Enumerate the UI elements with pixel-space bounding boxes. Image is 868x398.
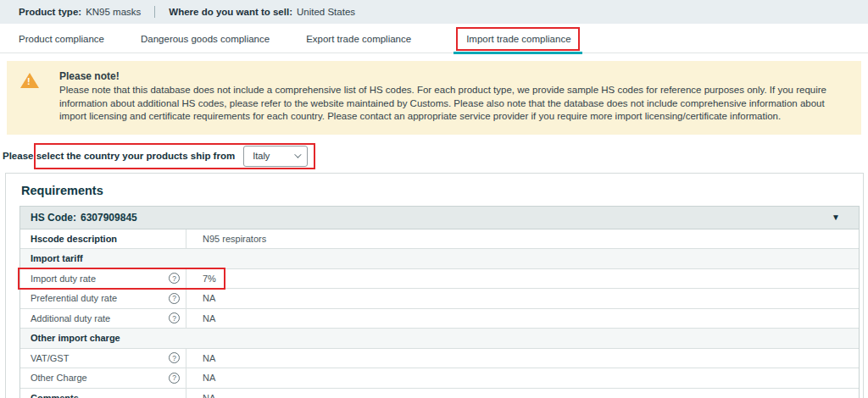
- product-type-label: Product type:: [19, 7, 81, 17]
- requirements-table: HS Code: 6307909845 ▼ Hscode description…: [19, 206, 860, 398]
- warning-icon: [20, 73, 39, 124]
- table-row: Additional duty rateNA: [20, 309, 859, 329]
- selected-country: Italy: [253, 151, 270, 161]
- hs-code-header[interactable]: HS Code: 6307909845 ▼: [20, 207, 859, 229]
- help-icon[interactable]: [169, 273, 180, 284]
- section-row: Other import charge: [20, 329, 859, 349]
- table-row: CommentsNA: [20, 389, 859, 398]
- row-value: NA: [186, 289, 859, 308]
- tab-label: Export trade compliance: [306, 34, 411, 44]
- row-label: Comments: [31, 393, 79, 398]
- sell-destination-label: Where do you want to sell:: [169, 7, 292, 17]
- tab-label: Dangerous goods compliance: [141, 34, 270, 44]
- row-value: 7%: [186, 269, 859, 289]
- section-label: Import tariff: [20, 249, 859, 268]
- ship-from-row: Please select the country your products …: [3, 143, 868, 169]
- tab-import-trade-compliance[interactable]: Import trade compliance: [466, 34, 570, 44]
- hs-code-value: 6307909845: [81, 212, 137, 224]
- help-icon[interactable]: [169, 373, 180, 384]
- sell-destination-value: United States: [297, 7, 355, 17]
- chevron-down-icon: [294, 151, 301, 158]
- row-label: Import duty rate: [31, 274, 96, 284]
- requirements-panel: Requirements HS Code: 6307909845 ▼ Hscod…: [5, 173, 864, 398]
- help-icon[interactable]: [169, 293, 180, 304]
- table-row: Hscode descriptionN95 respirators: [20, 229, 859, 250]
- context-bar: Product type: KN95 masks Where do you wa…: [0, 0, 868, 24]
- section-row: Import tariff: [20, 249, 859, 269]
- help-icon[interactable]: [169, 312, 180, 323]
- row-label: Preferential duty rate: [31, 293, 117, 303]
- tab-bar: Product complianceDangerous goods compli…: [0, 25, 868, 53]
- table-row: Import duty rate7%: [20, 269, 859, 290]
- table-row: VAT/GSTNA: [20, 349, 859, 369]
- table-row: Preferential duty rateNA: [20, 289, 859, 309]
- ship-from-label: select the country your products ship fr…: [36, 151, 236, 161]
- row-label: VAT/GST: [31, 353, 69, 363]
- vertical-divider: [154, 6, 155, 18]
- tab-product-compliance[interactable]: Product compliance: [19, 34, 104, 44]
- collapse-caret-icon[interactable]: ▼: [832, 213, 840, 222]
- tab-dangerous-goods-compliance[interactable]: Dangerous goods compliance: [141, 34, 270, 44]
- hs-code-label: HS Code:: [31, 212, 76, 224]
- active-tab-underline: [453, 52, 581, 54]
- table-rows: Hscode descriptionN95 respiratorsImport …: [20, 229, 859, 398]
- requirements-heading: Requirements: [21, 184, 863, 197]
- tab-label: Product compliance: [19, 34, 104, 44]
- row-value: N95 respirators: [186, 229, 859, 249]
- table-row: Other ChargeNA: [20, 368, 859, 389]
- section-label: Other import charge: [20, 329, 859, 348]
- row-value: NA: [186, 349, 859, 368]
- row-value: NA: [186, 309, 859, 329]
- row-value: NA: [186, 389, 859, 398]
- notice-banner: Please note! Please note that this datab…: [7, 61, 861, 135]
- ship-from-label-prefix: Please: [3, 151, 33, 161]
- row-label: Other Charge: [31, 373, 87, 383]
- notice-title: Please note!: [59, 70, 849, 82]
- row-value: NA: [186, 368, 859, 388]
- product-type-value: KN95 masks: [86, 7, 141, 17]
- tab-label: Import trade compliance: [466, 34, 570, 44]
- ship-from-country-select[interactable]: Italy: [243, 146, 308, 167]
- help-icon[interactable]: [169, 352, 180, 363]
- notice-body: Please note that this database does not …: [59, 84, 849, 124]
- tab-export-trade-compliance[interactable]: Export trade compliance: [306, 34, 411, 44]
- row-label: Hscode description: [31, 234, 117, 244]
- row-label: Additional duty rate: [31, 313, 110, 323]
